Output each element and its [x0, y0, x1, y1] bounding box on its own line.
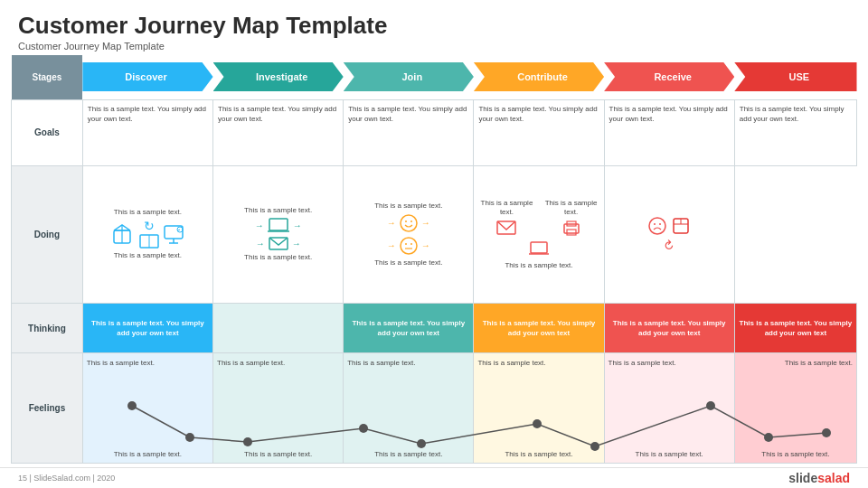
thinking-discover: This is a sample text. You simply add yo… — [82, 304, 212, 353]
doing-receive: ↻ — [604, 165, 734, 303]
sad-icon — [647, 216, 667, 236]
doing-investigate: This is a sample text. → → → → This is a… — [213, 165, 344, 303]
stage-join-arrow: Join — [344, 62, 474, 91]
svg-point-28 — [659, 223, 661, 225]
stage-receive-cell: Receive — [604, 55, 734, 100]
svg-point-15 — [410, 221, 412, 222]
laptop-icon — [268, 217, 289, 233]
envelope-icon — [496, 218, 516, 238]
stage-investigate-cell: Investigate — [213, 55, 344, 100]
goals-receive: This is a sample text. You simply add yo… — [604, 99, 734, 165]
feelings-use: This is a sample text. This is a sample … — [734, 353, 856, 464]
stage-discover-arrow: Discover — [82, 62, 212, 91]
thinking-join: This is a sample text. You simply add yo… — [344, 304, 474, 353]
feelings-label: Feelings — [12, 353, 83, 464]
stage-use-arrow: USE — [734, 62, 856, 91]
goals-join: This is a sample text. You simply add yo… — [344, 99, 474, 165]
thinking-label: Thinking — [12, 304, 83, 353]
smile-icon — [399, 213, 419, 233]
thinking-row: Thinking This is a sample text. You simp… — [12, 304, 857, 353]
table-wrapper: Stages Discover Investigate Join Contrib… — [0, 55, 868, 467]
doing-join: This is a sample text. → → → → This is a… — [344, 165, 474, 303]
thinking-contribute: This is a sample text. You simply add yo… — [474, 304, 604, 353]
thinking-receive: This is a sample text. You simply add yo… — [604, 304, 734, 353]
svg-rect-22 — [567, 230, 576, 235]
thinking-use: This is a sample text. You simply add yo… — [734, 304, 856, 353]
footer-logo-red: salad — [817, 471, 850, 485]
laptop-icon-2 — [529, 239, 549, 259]
feelings-receive: This is a sample text. This is a sample … — [604, 353, 734, 464]
svg-point-13 — [401, 215, 417, 231]
mail-icon — [269, 235, 288, 251]
feelings-contribute: This is a sample text. This is a sample … — [474, 353, 604, 464]
thinking-investigate — [213, 304, 344, 353]
book-icon — [138, 233, 160, 249]
svg-point-17 — [405, 243, 407, 245]
goals-investigate: This is a sample text. You simply add yo… — [213, 99, 344, 165]
feelings-row: Feelings This is a sample text. This is … — [12, 353, 857, 464]
cube-icon — [110, 221, 136, 247]
goals-discover: This is a sample text. You simply add yo… — [82, 99, 212, 165]
feelings-discover: This is a sample text. This is a sample … — [82, 353, 212, 464]
monitor-icon — [163, 223, 184, 245]
stage-header-row: Stages Discover Investigate Join Contrib… — [12, 55, 857, 100]
doing-contribute: This is a sample text. This is a sample … — [474, 165, 604, 303]
svg-point-18 — [410, 243, 412, 245]
stage-contribute-arrow: Contribute — [474, 62, 604, 91]
svg-point-26 — [649, 218, 665, 234]
svg-point-27 — [654, 223, 656, 225]
footer: 15 | SlideSalad.com | 2020 slidesalad — [0, 467, 868, 488]
svg-point-16 — [401, 238, 417, 254]
stage-discover-cell: Discover — [82, 55, 212, 100]
goals-contribute: This is a sample text. You simply add yo… — [474, 99, 604, 165]
page: Customer Journey Map Template Customer J… — [0, 0, 868, 488]
svg-line-9 — [178, 230, 180, 230]
doing-label: Doing — [12, 165, 83, 303]
goals-row: Goals This is a sample text. You simply … — [12, 99, 857, 165]
goals-use: This is a sample text. You simply add yo… — [734, 99, 856, 165]
doing-discover: This is a sample text. ↻ This is a sampl… — [82, 165, 212, 303]
stage-join-cell: Join — [344, 55, 474, 100]
package-icon — [671, 216, 691, 236]
svg-rect-10 — [269, 219, 288, 230]
feelings-investigate: This is a sample text. This is a sample … — [213, 353, 344, 464]
stage-investigate-arrow: Investigate — [213, 62, 344, 91]
footer-left: 15 | SlideSalad.com | 2020 — [18, 474, 115, 483]
feelings-join: This is a sample text. This is a sample … — [344, 353, 474, 464]
sub-title: Customer Journey Map Template — [18, 41, 850, 52]
footer-logo: slidesalad — [788, 471, 850, 485]
svg-rect-24 — [531, 242, 547, 253]
header: Customer Journey Map Template Customer J… — [0, 0, 868, 55]
stage-use-cell: USE — [734, 55, 856, 100]
stage-receive-arrow: Receive — [604, 62, 734, 91]
goals-label: Goals — [12, 99, 83, 165]
svg-point-14 — [405, 221, 407, 222]
footer-logo-gray: slide — [788, 471, 817, 485]
journey-map-table: Stages Discover Investigate Join Contrib… — [11, 55, 857, 464]
main-title: Customer Journey Map Template — [18, 13, 850, 39]
stages-label: Stages — [12, 55, 83, 100]
stage-contribute-cell: Contribute — [474, 55, 604, 100]
neutral-icon — [399, 236, 419, 256]
doing-row: Doing This is a sample text. ↻ — [12, 165, 857, 303]
printer-icon — [561, 218, 581, 238]
